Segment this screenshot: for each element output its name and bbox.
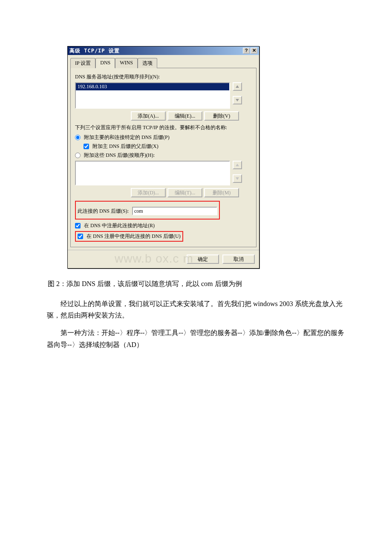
dialog-title: 高级 TCP/IP 设置	[69, 47, 120, 55]
dns-suffix-list[interactable]	[75, 161, 230, 185]
radio-these-suffixes[interactable]	[75, 153, 81, 158]
ok-button[interactable]: 确定	[187, 254, 219, 264]
remove-dns-server-button[interactable]: 删除(V)	[204, 111, 239, 121]
checkbox-register-address-label: 在 DNS 中注册此连接的地址(R)	[84, 222, 155, 229]
three-settings-text: 下列三个设置应用于所有启用 TCP/IP 的连接。要解析不合格的名称:	[75, 124, 252, 131]
dns-tab-panel: DNS 服务器地址(按使用顺序排列)(N): 192.168.0.103 添加(…	[70, 68, 257, 247]
checkbox-parent-suffix[interactable]	[84, 144, 89, 149]
radio-primary-suffix[interactable]	[75, 135, 81, 140]
add-suffix-button[interactable]: 添加(D)...	[131, 188, 166, 197]
remove-suffix-button[interactable]: 删除(M)	[204, 188, 239, 197]
body-paragraph-2: 第一种方法：开始--〉程序--〉管理工具--〉管理您的服务器--〉添加/删除角色…	[47, 327, 345, 350]
dns-server-item[interactable]: 192.168.0.103	[76, 83, 229, 90]
edit-dns-server-button[interactable]: 编辑(E)...	[167, 111, 202, 121]
figure-caption: 图 2：添加 DNS 后缀，该后缀可以随意填写，此以 com 后缀为例	[48, 280, 320, 289]
suffix-move-up-button[interactable]	[233, 161, 242, 169]
tab-strip: IP 设置 DNS WINS 选项	[68, 55, 259, 68]
body-paragraph-1: 经过以上的简单设置，我们就可以正式来安装域了。首先我们把 windows 200…	[47, 298, 345, 321]
tab-dns[interactable]: DNS	[95, 58, 115, 68]
help-icon[interactable]: ?	[243, 48, 250, 54]
checkbox-use-suffix-label: 在 DNS 注册中使用此连接的 DNS 后缀(U)	[86, 233, 181, 240]
move-up-button[interactable]	[233, 82, 242, 91]
close-icon[interactable]: ✕	[251, 48, 257, 54]
cancel-button[interactable]: 取消	[222, 254, 255, 264]
tab-ip-settings[interactable]: IP 设置	[70, 58, 95, 68]
add-dns-server-button[interactable]: 添加(A)...	[131, 111, 166, 121]
titlebar: 高级 TCP/IP 设置 ? ✕	[68, 46, 259, 55]
suffix-move-down-button[interactable]	[233, 174, 242, 183]
dns-servers-label: DNS 服务器地址(按使用顺序排列)(N):	[75, 73, 252, 81]
tab-wins[interactable]: WINS	[115, 58, 138, 68]
tab-options[interactable]: 选项	[138, 58, 157, 68]
dns-servers-list[interactable]: 192.168.0.103	[75, 82, 230, 109]
edit-suffix-button[interactable]: 编辑(T)...	[167, 188, 202, 197]
watermark-text: www.b ox.c m	[115, 252, 193, 266]
connection-suffix-label: 此连接的 DNS 后缀(S):	[78, 208, 129, 215]
checkbox-parent-suffix-label: 附加主 DNS 后缀的父后缀(X)	[92, 143, 159, 150]
dialog-footer: www.b ox.c m 确定 取消	[68, 250, 259, 268]
move-down-button[interactable]	[233, 96, 242, 104]
radio-primary-suffix-label: 附加主要的和连接特定的 DNS 后缀(P)	[84, 134, 170, 141]
radio-these-suffixes-label: 附加这些 DNS 后缀(按顺序)(H):	[84, 152, 155, 159]
checkbox-register-address[interactable]	[75, 223, 81, 228]
checkbox-use-suffix[interactable]	[78, 234, 83, 239]
connection-suffix-input[interactable]	[132, 207, 217, 215]
advanced-tcpip-dialog: 高级 TCP/IP 设置 ? ✕ IP 设置 DNS WINS 选项 DNS 服…	[67, 46, 259, 269]
